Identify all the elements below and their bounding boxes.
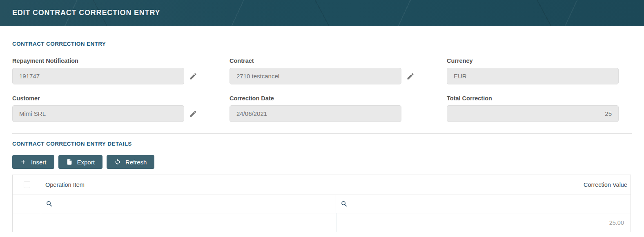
entry-form: Repayment Notification 191747 Contract 2…: [12, 58, 632, 122]
field-label: Currency: [447, 58, 632, 64]
field-repayment-notification: Repayment Notification 191747: [12, 58, 197, 84]
section-divider: [12, 133, 632, 134]
export-button[interactable]: Export: [58, 155, 103, 169]
total-correction-input[interactable]: 25: [447, 105, 619, 122]
field-label: Correction Date: [230, 95, 414, 102]
grid-filter-row: [13, 195, 631, 213]
document-icon: [66, 159, 73, 165]
refresh-button[interactable]: Refresh: [107, 155, 155, 169]
insert-button[interactable]: Insert: [12, 155, 54, 169]
search-icon[interactable]: [341, 200, 348, 208]
details-toolbar: Insert Export Refresh: [12, 155, 632, 169]
edit-pencil-icon[interactable]: [189, 110, 197, 118]
customer-input[interactable]: Mimi SRL: [12, 105, 184, 122]
column-header-correction-value[interactable]: Correction Value: [336, 175, 631, 195]
correction-date-input[interactable]: 24/06/2021: [230, 105, 401, 122]
contract-input[interactable]: 2710 testcancel: [230, 68, 401, 84]
field-label: Contract: [230, 58, 414, 64]
field-correction-date: Correction Date 24/06/2021: [230, 95, 414, 122]
main-content: CONTRACT CORRECTION ENTRY Repayment Noti…: [0, 41, 644, 232]
field-label: Customer: [12, 95, 197, 102]
refresh-button-label: Refresh: [125, 159, 147, 166]
field-customer: Customer Mimi SRL: [12, 95, 197, 122]
entry-section-title: CONTRACT CORRECTION ENTRY: [12, 41, 632, 47]
operation-item-cell: [41, 213, 336, 232]
details-section-title: CONTRACT CORRECTION ENTRY DETAILS: [12, 141, 632, 147]
column-header-operation-item[interactable]: Operation Item: [41, 175, 336, 195]
correction-value-cell: 25.00: [336, 213, 631, 232]
operation-item-filter-cell[interactable]: [41, 195, 336, 213]
plus-icon: [20, 159, 27, 165]
correction-value-filter-cell[interactable]: [336, 195, 631, 213]
insert-button-label: Insert: [31, 159, 47, 166]
select-all-checkbox[interactable]: [24, 182, 30, 188]
page-header: EDIT CONTRACT CORRECTION ENTRY: [0, 0, 644, 26]
filter-select-cell: [13, 195, 41, 213]
field-currency: Currency EUR: [447, 58, 632, 84]
page-title: EDIT CONTRACT CORRECTION ENTRY: [12, 9, 160, 17]
sync-icon: [114, 159, 121, 165]
repayment-notification-input[interactable]: 191747: [12, 68, 184, 84]
edit-pencil-icon[interactable]: [189, 72, 197, 80]
row-select-cell: [13, 213, 41, 232]
edit-pencil-icon[interactable]: [406, 72, 414, 80]
export-button-label: Export: [77, 159, 95, 166]
grid-header-row: Operation Item Correction Value: [13, 175, 631, 195]
field-label: Total Correction: [447, 95, 632, 102]
table-row[interactable]: 25.00: [13, 213, 631, 232]
field-total-correction: Total Correction 25: [447, 95, 632, 122]
details-grid: Operation Item Correction Value 25.00: [12, 175, 631, 232]
select-all-cell: [13, 175, 41, 195]
search-icon[interactable]: [46, 200, 53, 208]
field-label: Repayment Notification: [12, 58, 197, 64]
currency-input[interactable]: EUR: [447, 68, 619, 84]
field-contract: Contract 2710 testcancel: [230, 58, 414, 84]
